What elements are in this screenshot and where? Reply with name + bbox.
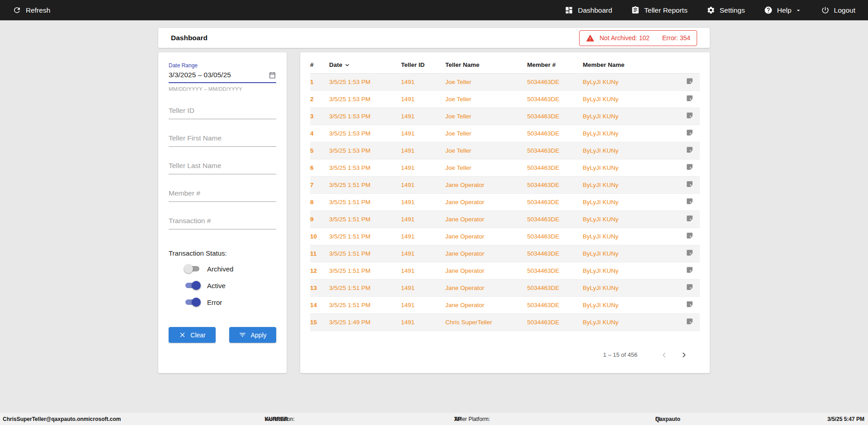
table-row[interactable]: 113/5/25 1:51 PM1491Jane Operator5034463… — [310, 245, 700, 262]
teller-id-input[interactable] — [169, 107, 276, 119]
row-member-name: ByLyJI KUNy — [583, 193, 674, 210]
row-teller-name: Jane Operator — [445, 279, 527, 296]
row-teller-id: 1491 — [401, 228, 445, 245]
row-teller-id: 1491 — [401, 245, 445, 262]
note-icon[interactable] — [686, 77, 693, 86]
date-range-label: Date Range — [169, 62, 276, 69]
col-member-number[interactable]: Member # — [527, 57, 583, 73]
col-actions — [674, 57, 700, 73]
table-row[interactable]: 153/5/25 1:49 PM1491Chris SuperTeller503… — [310, 313, 700, 331]
note-icon[interactable] — [686, 215, 693, 224]
note-icon[interactable] — [686, 180, 693, 189]
member-number-input[interactable] — [169, 189, 276, 202]
table-row[interactable]: 93/5/25 1:51 PM1491Jane Operator5034463D… — [310, 210, 700, 228]
row-teller-name: Joe Teller — [445, 142, 527, 159]
row-member-name: ByLyJI KUNy — [583, 210, 674, 228]
note-icon[interactable] — [686, 249, 693, 258]
row-member-name: ByLyJI KUNy — [583, 245, 674, 262]
table-row[interactable]: 13/5/25 1:53 PM1491Joe Teller5034463DEBy… — [310, 73, 700, 90]
teller-first-name-input[interactable] — [169, 134, 276, 147]
note-icon[interactable] — [686, 266, 693, 275]
table-row[interactable]: 33/5/25 1:53 PM1491Joe Teller5034463DEBy… — [310, 107, 700, 125]
table-row[interactable]: 73/5/25 1:51 PM1491Jane Operator5034463D… — [310, 176, 700, 193]
toggle-active-label: Active — [207, 282, 226, 290]
note-icon[interactable] — [686, 146, 693, 155]
table-row[interactable]: 23/5/25 1:53 PM1491Joe Teller5034463DEBy… — [310, 90, 700, 107]
row-member-number: 5034463DE — [527, 90, 583, 107]
col-teller-id[interactable]: Teller ID — [401, 57, 445, 73]
clear-button[interactable]: Clear — [169, 327, 216, 343]
table-body: 13/5/25 1:53 PM1491Joe Teller5034463DEBy… — [310, 73, 700, 331]
table-row[interactable]: 143/5/25 1:51 PM1491Jane Operator5034463… — [310, 296, 700, 313]
table-row[interactable]: 103/5/25 1:51 PM1491Jane Operator5034463… — [310, 228, 700, 245]
nav-help[interactable]: Help — [764, 6, 802, 14]
row-member-number: 5034463DE — [527, 107, 583, 125]
col-number[interactable]: # — [310, 57, 329, 73]
date-range-field: Date Range MM/DD/YYYY – MM/DD/YYYY — [169, 62, 276, 92]
row-date: 3/5/25 1:53 PM — [329, 90, 401, 107]
toggle-switch[interactable] — [184, 298, 201, 307]
row-member-name: ByLyJI KUNy — [583, 228, 674, 245]
col-teller-name[interactable]: Teller Name — [445, 57, 527, 73]
nav-logout[interactable]: Logout — [821, 6, 855, 14]
nav-dashboard[interactable]: Dashboard — [565, 6, 612, 14]
table-row[interactable]: 43/5/25 1:53 PM1491Joe Teller5034463DEBy… — [310, 125, 700, 142]
table-row[interactable]: 53/5/25 1:53 PM1491Joe Teller5034463DEBy… — [310, 142, 700, 159]
calendar-icon[interactable] — [269, 71, 276, 79]
row-date: 3/5/25 1:51 PM — [329, 228, 401, 245]
transaction-number-input[interactable] — [169, 217, 276, 229]
row-teller-id: 1491 — [401, 176, 445, 193]
row-date: 3/5/25 1:53 PM — [329, 142, 401, 159]
nav-teller-reports[interactable]: Teller Reports — [631, 6, 688, 14]
row-member-number: 5034463DE — [527, 142, 583, 159]
toggle-active[interactable]: Active — [184, 280, 276, 290]
page-header: Dashboard Not Archived: 102 Error: 354 — [158, 28, 710, 48]
logout-icon — [821, 6, 830, 14]
teller-last-name-input[interactable] — [169, 162, 276, 174]
note-icon[interactable] — [686, 129, 693, 138]
row-member-number: 5034463DE — [527, 73, 583, 90]
nav-settings-label: Settings — [720, 6, 745, 14]
note-icon[interactable] — [686, 112, 693, 121]
row-number: 4 — [310, 125, 329, 142]
table-row[interactable]: 133/5/25 1:51 PM1491Jane Operator5034463… — [310, 279, 700, 296]
chevron-right-icon[interactable] — [679, 350, 689, 360]
chevron-left-icon[interactable] — [659, 350, 669, 360]
apply-button[interactable]: Apply — [229, 327, 276, 343]
note-icon[interactable] — [686, 163, 693, 172]
filter-panel: Date Range MM/DD/YYYY – MM/DD/YYYY — [158, 52, 287, 373]
row-number: 6 — [310, 159, 329, 176]
row-member-name: ByLyJI KUNy — [583, 279, 674, 296]
alert-badge[interactable]: Not Archived: 102 Error: 354 — [579, 30, 697, 46]
row-date: 3/5/25 1:51 PM — [329, 193, 401, 210]
table-row[interactable]: 83/5/25 1:51 PM1491Jane Operator5034463D… — [310, 193, 700, 210]
row-date: 3/5/25 1:51 PM — [329, 176, 401, 193]
date-range-input[interactable] — [169, 71, 265, 79]
toggle-error[interactable]: Error — [184, 297, 276, 307]
col-member-name[interactable]: Member Name — [583, 57, 674, 73]
date-range-helper: MM/DD/YYYY – MM/DD/YYYY — [169, 86, 276, 92]
table-row[interactable]: 123/5/25 1:51 PM1491Jane Operator5034463… — [310, 262, 700, 279]
toggle-switch[interactable] — [184, 281, 201, 290]
table-row[interactable]: 63/5/25 1:53 PM1491Joe Teller5034463DEBy… — [310, 159, 700, 176]
col-date[interactable]: Date — [329, 57, 401, 73]
toggle-archived[interactable]: Archived — [184, 264, 276, 274]
toggle-switch[interactable] — [184, 264, 201, 273]
transaction-status-section: Transaction Status: Archived Active Erro… — [169, 249, 276, 307]
refresh-label: Refresh — [26, 6, 50, 14]
refresh-button[interactable]: Refresh — [13, 6, 50, 14]
row-number: 14 — [310, 296, 329, 313]
note-icon[interactable] — [686, 232, 693, 241]
note-icon[interactable] — [686, 318, 693, 327]
nav-settings[interactable]: Settings — [707, 6, 745, 14]
row-number: 13 — [310, 279, 329, 296]
apply-button-label: Apply — [250, 332, 266, 339]
note-icon[interactable] — [686, 283, 693, 292]
row-member-name: ByLyJI KUNy — [583, 142, 674, 159]
note-icon[interactable] — [686, 94, 693, 103]
row-teller-id: 1491 — [401, 142, 445, 159]
note-icon[interactable] — [686, 300, 693, 309]
row-teller-id: 1491 — [401, 107, 445, 125]
row-teller-name: Jane Operator — [445, 296, 527, 313]
note-icon[interactable] — [686, 197, 693, 206]
